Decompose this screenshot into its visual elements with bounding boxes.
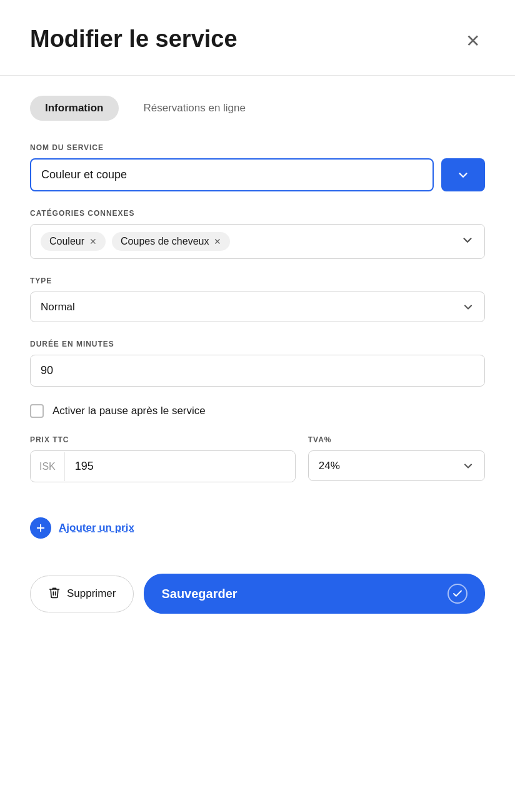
delete-button-label: Supprimer <box>67 587 116 600</box>
add-price-label[interactable]: Ajouter un prix <box>59 522 134 534</box>
tag-coupes-label: Coupes de cheveux <box>121 236 209 247</box>
duration-field: DURÉE EN MINUTES <box>30 340 485 387</box>
prix-ttc-field: PRIX TTC ISK <box>30 435 296 482</box>
footer-buttons: Supprimer Sauvegarder <box>30 564 485 614</box>
tva-label: TVA% <box>308 435 485 444</box>
duration-input[interactable] <box>30 355 485 387</box>
header-divider <box>0 75 515 76</box>
categories-field: CATÉGORIES CONNEXES Couleur ✕ Coupes de … <box>30 209 485 259</box>
close-icon: ✕ <box>466 31 480 51</box>
tva-field: TVA% 0% 10% 14% 24% <box>308 435 485 482</box>
tag-couleur-label: Couleur <box>49 236 84 247</box>
pause-checkbox-row: Activer la pause après le service <box>30 404 485 418</box>
trash-icon <box>48 586 61 602</box>
prix-ttc-wrapper: ISK <box>30 450 296 482</box>
prix-ttc-input[interactable] <box>65 451 295 482</box>
tab-reservations[interactable]: Réservations en ligne <box>129 96 261 121</box>
chevron-down-icon <box>456 168 470 182</box>
save-check-icon <box>448 584 468 604</box>
categories-label: CATÉGORIES CONNEXES <box>30 209 485 218</box>
tag-couleur-remove[interactable]: ✕ <box>89 237 97 246</box>
type-select[interactable]: Normal Spécial Autre <box>30 292 485 322</box>
save-button[interactable]: Sauvegarder <box>144 574 485 614</box>
service-name-row <box>30 158 485 191</box>
duration-label: DURÉE EN MINUTES <box>30 340 485 348</box>
service-name-input[interactable] <box>30 158 434 191</box>
modal-header: Modifier le service ✕ <box>30 25 485 55</box>
service-name-field: NOM DU SERVICE <box>30 143 485 191</box>
close-button[interactable]: ✕ <box>461 28 485 55</box>
tag-couleur: Couleur ✕ <box>41 232 106 251</box>
type-label: TYPE <box>30 277 485 285</box>
tag-coupes: Coupes de cheveux ✕ <box>112 232 230 251</box>
currency-label: ISK <box>31 452 65 481</box>
save-button-label: Sauvegarder <box>161 587 237 601</box>
add-price-button[interactable] <box>30 517 51 539</box>
add-price-row: Ajouter un prix <box>30 517 485 539</box>
tabs-container: Information Réservations en ligne <box>30 96 485 121</box>
prix-ttc-label: PRIX TTC <box>30 435 296 444</box>
categories-dropdown[interactable]: Couleur ✕ Coupes de cheveux ✕ <box>30 224 485 259</box>
plus-icon <box>35 522 46 534</box>
tva-select[interactable]: 0% 10% 14% 24% <box>308 450 485 481</box>
tab-information[interactable]: Information <box>30 96 119 121</box>
price-row: PRIX TTC ISK TVA% 0% 10% 14% 24% <box>30 435 485 500</box>
modal-container: Modifier le service ✕ Information Réserv… <box>0 0 515 812</box>
pause-checkbox[interactable] <box>30 404 44 418</box>
pause-checkbox-label[interactable]: Activer la pause après le service <box>52 405 206 417</box>
tag-coupes-remove[interactable]: ✕ <box>214 237 221 246</box>
delete-button[interactable]: Supprimer <box>30 576 134 612</box>
categories-chevron-icon <box>461 233 474 250</box>
service-name-label: NOM DU SERVICE <box>30 143 485 152</box>
type-field: TYPE Normal Spécial Autre <box>30 277 485 322</box>
service-name-dropdown-button[interactable] <box>441 158 485 191</box>
modal-title: Modifier le service <box>30 25 238 54</box>
